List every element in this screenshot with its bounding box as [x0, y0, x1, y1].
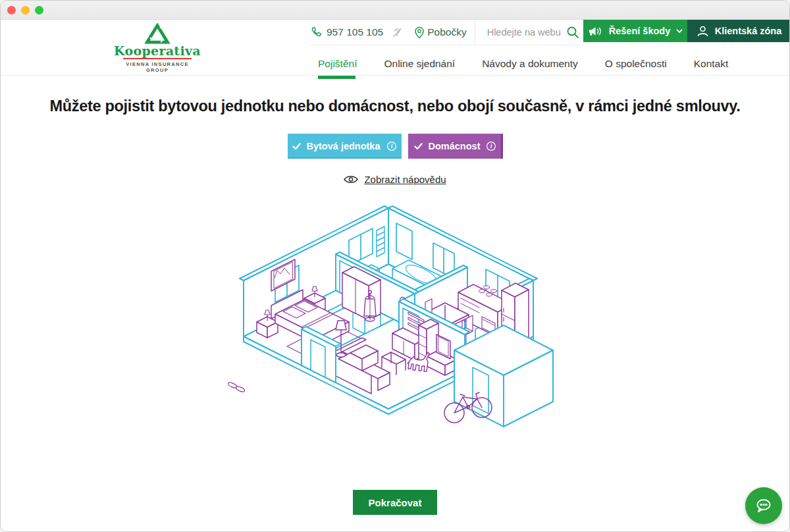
- main-content: Můžete pojistit bytovou jednotku nebo do…: [1, 97, 789, 515]
- eye-icon: [344, 174, 358, 184]
- nav-item-kontakt[interactable]: Kontakt: [694, 58, 729, 70]
- toggle-bytova-jednotka[interactable]: Bytová jednotka i: [288, 134, 402, 159]
- search-icon: [566, 26, 579, 39]
- window-close-button[interactable]: [7, 6, 16, 14]
- megaphone-icon: [588, 26, 603, 37]
- continue-button[interactable]: Pokračovat: [353, 490, 438, 515]
- page-title: Můžete pojistit bytovou jednotku nebo do…: [14, 97, 776, 115]
- client-zone-button[interactable]: Klientská zóna: [687, 20, 790, 42]
- show-help-label: Zobrazit nápovědu: [364, 174, 446, 185]
- logo-subtitle: VIENNA INSURANCE GROUP: [114, 61, 201, 73]
- chat-icon: [752, 494, 775, 517]
- info-icon[interactable]: i: [386, 141, 397, 151]
- phone-icon: [310, 26, 323, 39]
- chevron-down-icon: [676, 29, 683, 34]
- checkmark-icon: [292, 143, 301, 150]
- show-help-link[interactable]: Zobrazit nápovědu: [344, 174, 446, 185]
- location-pin-icon: [414, 26, 425, 39]
- help-row: Zobrazit nápovědu: [1, 174, 789, 187]
- toggle-label: Bytová jednotka: [307, 141, 381, 151]
- user-icon: [697, 25, 709, 38]
- svg-text:i: i: [390, 143, 392, 149]
- nav-item-navody-a-dokumenty[interactable]: Návody a dokumenty: [482, 58, 578, 70]
- checkmark-icon: [414, 143, 423, 150]
- kooperativa-logo[interactable]: Kooperativa VIENNA INSURANCE GROUP: [114, 23, 201, 73]
- window-minimize-button[interactable]: [21, 6, 30, 14]
- header-utility-bar: 957 105 105 Pobočky: [310, 20, 580, 45]
- client-zone-label: Klientská zóna: [715, 26, 782, 36]
- kooperativa-logo-mark: [144, 23, 171, 44]
- search-button[interactable]: [566, 26, 579, 39]
- apartment-isometric-illustration: [1, 195, 789, 432]
- browser-window: Kooperativa VIENNA INSURANCE GROUP 957 1…: [0, 0, 790, 532]
- continue-row: Pokračovat: [1, 490, 789, 515]
- logo-red-rule: [123, 58, 192, 59]
- insurance-type-toggles: Bytová jednotka i Domácnost i: [1, 134, 789, 159]
- branches-link[interactable]: Pobočky: [427, 26, 466, 38]
- towel-rail: [377, 226, 384, 257]
- toggle-domacnost[interactable]: Domácnost i: [408, 134, 503, 159]
- logo-wordmark: Kooperativa: [114, 44, 201, 57]
- shoes-icon: [227, 382, 245, 393]
- damage-claims-button[interactable]: Řešení škody: [583, 20, 687, 42]
- nav-item-pojisteni[interactable]: Pojištění: [318, 58, 357, 70]
- toggle-label: Domácnost: [429, 141, 481, 151]
- nav-item-o-spolecnosti[interactable]: O společnosti: [605, 58, 667, 70]
- utility-divider: [475, 20, 475, 45]
- info-icon[interactable]: i: [486, 141, 496, 151]
- site-header: Kooperativa VIENNA INSURANCE GROUP 957 1…: [1, 20, 789, 76]
- window-titlebar: [1, 1, 789, 20]
- chat-button[interactable]: [745, 487, 782, 524]
- phone-number-link[interactable]: 957 105 105: [327, 26, 383, 38]
- window-zoom-button[interactable]: [35, 6, 43, 14]
- nav-item-online-sjednani[interactable]: Online sjednání: [384, 58, 455, 70]
- main-navigation: Pojištění Online sjednání Návody a dokum…: [318, 58, 728, 70]
- search-input[interactable]: [486, 26, 562, 38]
- svg-text:i: i: [490, 143, 492, 149]
- hearing-impaired-icon: [391, 26, 404, 39]
- damage-claims-label: Řešení škody: [609, 26, 671, 36]
